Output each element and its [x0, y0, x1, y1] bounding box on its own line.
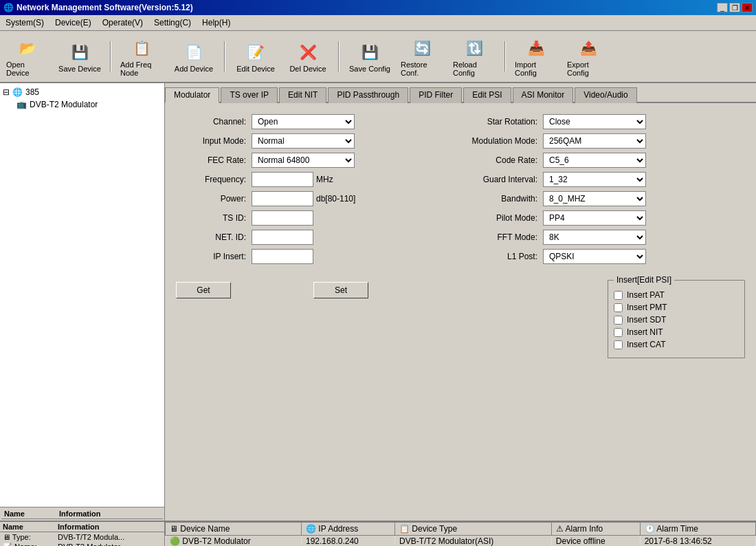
menu-bar: System(S)Device(E)Operate(V)Setting(C)He…	[0, 15, 756, 31]
set-button[interactable]: Set	[313, 282, 368, 298]
del-device-label: Del Device	[289, 65, 326, 73]
tab-pid-filter[interactable]: PID Filter	[410, 87, 462, 103]
l1-post-control: QPSKI QPSK16QAM64QAM	[543, 249, 745, 264]
add-device-icon: 📄	[181, 40, 206, 65]
input-mode-label: Input Mode:	[176, 136, 252, 146]
menu-item-systems[interactable]: System(S)	[0, 17, 49, 29]
toolbar-btn-edit-device[interactable]: 📝Edit Device	[232, 38, 279, 75]
alarm-table: 🖥 Device Name 🌐 IP Address 📋 Device Type…	[165, 522, 756, 546]
info-rows: 🖥 Type:DVB-T/T2 Modula...📝 Name:DVB-T2 M…	[0, 532, 164, 546]
pilot-mode-select[interactable]: PP1PP2PP3 PP4PP5PP6 PP7PP8	[543, 210, 646, 226]
del-device-icon: ❌	[296, 40, 320, 65]
toolbar-btn-restore-conf[interactable]: 🔄Restore Conf.	[399, 34, 445, 79]
code-rate-row: Code Rate: C1_2 C3_5 C2_3 C3_4 C4_5 C5_6	[467, 153, 745, 168]
star-rotation-select[interactable]: Close Open	[543, 114, 646, 129]
modulation-mode-label: Modulation Mode:	[467, 136, 543, 146]
frequency-unit: MHz	[316, 175, 333, 184]
tab-edit-psi[interactable]: Edit PSI	[463, 87, 511, 103]
export-config-label: Export Config	[567, 61, 610, 77]
info-value-0: DVB-T/T2 Modula...	[58, 533, 124, 541]
insert-pmt-checkbox[interactable]	[614, 303, 623, 312]
insert-cat-row: Insert CAT	[614, 340, 739, 349]
insert-nit-checkbox[interactable]	[614, 328, 623, 337]
tab-pid-passthrough[interactable]: PID Passthrough	[328, 87, 408, 103]
sidebar: ⊟ 🌐 385 📺 DVB-T2 Modulator Name Informat…	[0, 83, 165, 521]
toolbar-btn-add-freq-node[interactable]: 📋Add Freq Node	[118, 34, 165, 79]
col-device-name: 🖥 Device Name	[166, 523, 302, 536]
info-name-col: Name	[3, 523, 58, 531]
toolbar-btn-reload-config[interactable]: 🔃Reload Config	[451, 34, 498, 79]
insert-nit-label: Insert NIT	[627, 327, 663, 337]
import-config-icon: 📥	[524, 36, 548, 61]
toolbar-btn-add-device[interactable]: 📄Add Device	[170, 38, 217, 75]
tree-child-dvbt2[interactable]: 📺 DVB-T2 Modulator	[3, 98, 162, 111]
guard-interval-select[interactable]: 1_32 1_16 1_8 1_4	[543, 172, 646, 187]
l1-post-select[interactable]: QPSKI QPSK16QAM64QAM	[543, 249, 646, 264]
tree-root[interactable]: ⊟ 🌐 385	[3, 86, 162, 98]
menu-item-operatev[interactable]: Operate(V)	[97, 17, 148, 29]
col-ip-address: 🌐 IP Address	[302, 523, 395, 536]
minimize-button[interactable]: _	[717, 3, 728, 12]
alarm-table-element: 🖥 Device Name 🌐 IP Address 📋 Device Type…	[165, 522, 756, 546]
alarm-type-0: DVB-T/T2 Modulator(ASI)	[394, 536, 551, 547]
edit-device-icon: 📝	[243, 40, 268, 65]
menu-item-devicee[interactable]: Device(E)	[49, 17, 97, 29]
add-freq-node-icon: 📋	[129, 36, 154, 61]
add-device-label: Add Device	[175, 65, 213, 73]
toolbar-btn-save-device[interactable]: 💾Save Device	[56, 38, 103, 75]
ip-insert-input[interactable]: 2010	[252, 249, 313, 264]
tab-modulator[interactable]: Modulator	[165, 87, 219, 103]
toolbar-separator-2	[110, 41, 111, 72]
ip-insert-row: IP Insert: 2010	[176, 249, 454, 264]
info-value-1: DVB-T2 Modulator	[58, 543, 120, 546]
toolbar-btn-open-device[interactable]: 📂Open Device	[4, 34, 51, 79]
save-config-label: Save Config	[349, 65, 390, 73]
right-column: Star Rotation: Close Open Modulation Mod…	[467, 114, 745, 268]
menu-item-helph[interactable]: Help(H)	[197, 17, 236, 29]
toolbar-btn-del-device[interactable]: ❌Del Device	[285, 38, 331, 75]
toolbar-btn-save-config[interactable]: 💾Save Config	[346, 38, 393, 75]
fft-mode-label: FFT Mode:	[467, 232, 543, 242]
title-bar: 🌐 Network Management Software(Version:5.…	[0, 0, 756, 15]
ts-id-label: TS ID:	[176, 213, 252, 223]
insert-pat-checkbox[interactable]	[614, 291, 623, 300]
window-controls: _ ❐ ✕	[717, 3, 753, 12]
ts-id-input[interactable]: 0	[252, 210, 313, 226]
menu-item-settingc[interactable]: Setting(C)	[148, 17, 197, 29]
fec-rate-label: FEC Rate:	[176, 155, 252, 165]
reload-config-icon: 🔃	[462, 36, 487, 61]
code-rate-label: Code Rate:	[467, 155, 543, 165]
toolbar-btn-import-config[interactable]: 📥Import Config	[513, 34, 559, 79]
code-rate-select[interactable]: C1_2 C3_5 C2_3 C3_4 C4_5 C5_6	[543, 153, 646, 168]
tab-asi-monitor[interactable]: ASI Monitor	[513, 87, 574, 103]
window-title: 🌐 Network Management Software(Version:5.…	[3, 3, 193, 12]
form-area: Channel: Open Close Input Mode: N	[165, 103, 756, 521]
restore-button[interactable]: ❐	[729, 3, 740, 12]
tab-edit-nit[interactable]: Edit NIT	[279, 87, 326, 103]
insert-sdt-label: Insert SDT	[627, 315, 666, 325]
toolbar-separator-6	[338, 41, 340, 72]
input-mode-select[interactable]: Normal External	[252, 133, 355, 149]
tab-videoaudio[interactable]: Video/Audio	[575, 87, 637, 103]
tab-ts-over-ip[interactable]: TS over IP	[221, 87, 278, 103]
frequency-row: Frequency: 786.000 MHz	[176, 172, 454, 187]
alarm-table-body: 🟢 DVB-T2 Modulator 192.168.0.240 DVB-T/T…	[166, 536, 756, 547]
bandwith-select[interactable]: 8_0_MHZ 7_0_MHZ 6_0_MHZ	[543, 191, 646, 206]
channel-select[interactable]: Open Close	[252, 114, 355, 129]
modulation-mode-select[interactable]: 256QAM 64QAM 16QAM QPSK	[543, 133, 646, 149]
frequency-input[interactable]: 786.000	[252, 172, 313, 187]
tab-bar: ModulatorTS over IPEdit NITPID Passthrou…	[165, 83, 756, 103]
insert-cat-checkbox[interactable]	[614, 340, 623, 349]
insert-sdt-checkbox[interactable]	[614, 316, 623, 325]
fec-rate-control: Normal 64800 Short 16200	[252, 153, 454, 168]
fec-rate-select[interactable]: Normal 64800 Short 16200	[252, 153, 355, 168]
ip-insert-label: IP Insert:	[176, 252, 252, 261]
net-id-input[interactable]: 0	[252, 230, 313, 245]
get-button[interactable]: Get	[176, 282, 231, 298]
restore-conf-icon: 🔄	[410, 36, 434, 61]
device-icon: 📺	[16, 100, 27, 109]
toolbar-btn-export-config[interactable]: 📤Export Config	[565, 34, 612, 79]
close-button[interactable]: ✕	[742, 3, 753, 12]
power-input[interactable]: 110.0	[252, 191, 313, 206]
fft-mode-select[interactable]: 2K4K 8K16K32K	[543, 230, 646, 245]
